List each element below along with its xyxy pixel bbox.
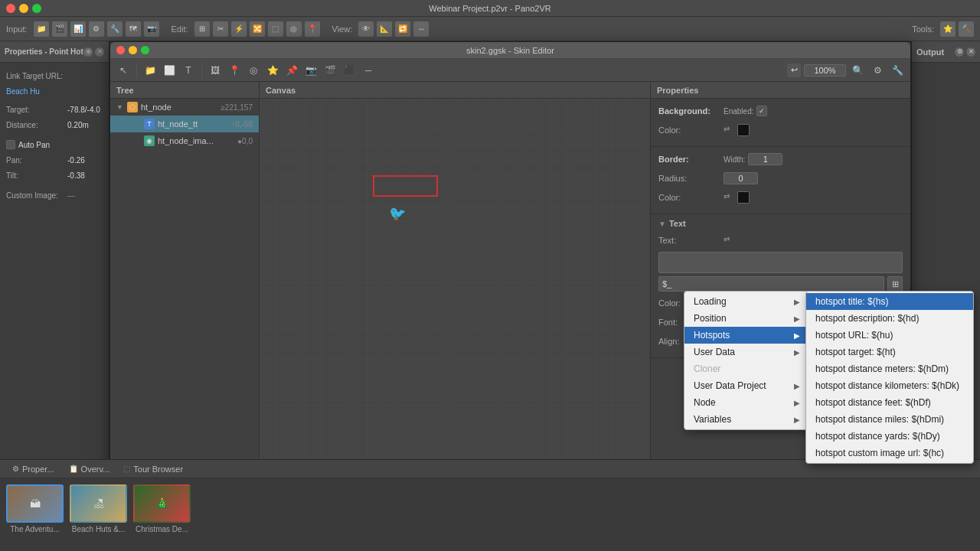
submenu-hs-desc[interactable]: hotspot description: $(hd) [806,310,973,327]
tree-item-ht-node[interactable]: ▼ ⬡ ht_node ≥221,157 [110,99,259,116]
script-icon[interactable]: ⊞ [887,276,903,292]
submenu-hs-target[interactable]: hotspot target: $(ht) [806,344,973,360]
view-icon-1[interactable]: 👁 [358,21,374,37]
left-panel-settings[interactable]: ⊕ [83,47,93,57]
zoom-icon-3[interactable]: 🔧 [889,62,906,79]
photo-tool[interactable]: 📷 [302,62,319,79]
pin-tool[interactable]: 📌 [283,62,300,79]
thumb-emoji-christmas: 🎄 [155,497,168,510]
skin-max-btn[interactable] [141,46,149,54]
submenu-hs-title[interactable]: hotspot title: $(hs) [806,293,973,310]
output-settings[interactable]: ⚙ [955,47,964,57]
input-icon-7[interactable]: 📷 [144,21,159,37]
star-tool[interactable]: ⭐ [264,62,281,79]
input-icon-5[interactable]: 🔧 [107,21,122,37]
skin-min-btn[interactable] [129,46,137,54]
input-icon-2[interactable]: 🎬 [52,21,67,37]
properties-tab-icon: ⚙ [12,465,19,473]
enabled-checkbox[interactable]: ✓ [756,106,767,116]
submenu-hs-hc[interactable]: hotspot custom image url: $(hc) [806,445,973,461]
rect-tool[interactable]: ⬜ [161,62,178,79]
script-input[interactable] [658,276,884,292]
zoom-icon-2[interactable]: ⚙ [869,62,886,79]
dropdown-user-data[interactable]: User Data ▶ [684,344,809,360]
thumb-adventure[interactable]: 🏔 The Adventu... [6,484,64,533]
dropdown-hotspots[interactable]: Hotspots ▶ [684,327,809,344]
edit-icon-6[interactable]: ◎ [286,21,302,37]
share-icon-bg[interactable]: ⇄ [724,125,734,135]
folder-tool[interactable]: 📁 [142,62,158,79]
submenu-hs-dmi[interactable]: hotspot distance miles: $(hDmi) [806,411,973,428]
tree-item-ht-node-ima[interactable]: ◉ ht_node_ima... ●0,0 [110,132,259,149]
hotspot-tool[interactable]: 📍 [226,62,243,79]
input-icon-4[interactable]: ⚙ [89,21,104,37]
thumb-beach[interactable]: 🏖 Beach Huts &... [70,484,127,533]
video-tool[interactable]: 🎬 [322,62,338,79]
edit-icon-4[interactable]: 🔀 [250,21,265,37]
input-icon-3[interactable]: 📊 [70,21,86,37]
thumb-christmas[interactable]: 🎄 Christmas De... [133,484,191,533]
submenu-hs-url[interactable]: hotspot URL: $(hu) [806,327,973,344]
view-icon-3[interactable]: 🔁 [395,21,410,37]
background-section: Background: Enabled: ✓ Color: ⇄ [651,99,910,147]
text-share-icon: ⇄ [724,235,734,246]
skin-editor-title: skin2.ggsk - Skin Editor [466,46,554,55]
submenu-hs-dm[interactable]: hotspot distance meters: $(hDm) [806,360,973,377]
edit-icon-3[interactable]: ⚡ [231,21,247,37]
autopan-row: Auto Pan [6,138,103,152]
zoom-icon-1[interactable]: 🔍 [849,62,866,79]
minimize-button[interactable] [19,4,28,13]
line-tool[interactable]: ─ [360,62,377,79]
window-title: Webinar Project.p2vr - Pano2VR [429,4,550,13]
undo-btn[interactable]: ↩ [787,64,801,77]
edit-icon-7[interactable]: 📍 [305,21,320,37]
submenu-hs-dk[interactable]: hotspot distance kilometers: $(hDk) [806,377,973,394]
dropdown-position[interactable]: Position ▶ [684,310,809,327]
hotspot-element[interactable] [373,175,438,197]
output-close[interactable]: ✕ [966,47,975,57]
text-area[interactable] [658,252,903,273]
close-button[interactable] [6,4,15,13]
circle-tool[interactable]: ◎ [245,62,262,79]
tree-item-ht-node-tt[interactable]: T ht_node_tt ↑0,-56 [110,116,259,132]
edit-icon-2[interactable]: ✂ [213,21,228,37]
edit-icon-1[interactable]: ⊞ [194,21,210,37]
skin-close-btn[interactable] [116,46,125,54]
input-icon-6[interactable]: 🗺 [126,21,141,37]
input-icon-1[interactable]: 📁 [34,21,49,37]
edit-icon-5[interactable]: ⬚ [268,21,283,37]
left-panel-close[interactable]: ✕ [95,47,104,57]
tree-panel: Tree ▼ ⬡ ht_node ≥221,157 T ht_node_tt ↑… [110,82,260,500]
border-radius-input[interactable] [724,172,758,184]
autopan-checkbox[interactable] [6,140,15,149]
tools-icon-1[interactable]: ⭐ [940,21,956,37]
submenu-hs-dy[interactable]: hotspot distance yards: $(hDy) [806,428,973,445]
submenu: hotspot title: $(hs) hotspot description… [805,291,974,464]
border-width-input[interactable] [748,153,782,165]
border-color-swatch[interactable] [737,191,750,204]
tab-properties[interactable]: ⚙ Proper... [6,463,60,475]
image-tool[interactable]: 🖼 [207,62,224,79]
view-icon-4[interactable]: ↔ [413,21,429,37]
bg-color-swatch[interactable] [737,124,750,136]
frame-tool[interactable]: ⬛ [341,62,358,79]
text-tool[interactable]: T [180,62,197,79]
text-toggle[interactable]: ▼ [658,220,666,228]
select-tool[interactable]: ↖ [115,62,132,79]
node-arrow: ▶ [794,399,800,407]
dropdown-user-data-project[interactable]: User Data Project ▶ [684,377,809,394]
dropdown-variables[interactable]: Variables ▶ [684,411,809,428]
share-icon-border[interactable]: ⇄ [724,192,734,203]
submenu-hs-df[interactable]: hotspot distance feet: $(hDf) [806,394,973,411]
tools-icon-2[interactable]: 🔨 [959,21,974,37]
share-icon-text[interactable]: ⇄ [724,235,734,246]
tab-overview[interactable]: 📋 Overv... [63,463,116,475]
thumb-label-christmas: Christmas De... [136,525,188,533]
maximize-button[interactable] [32,4,41,13]
zoom-value[interactable]: 100% [804,64,846,77]
view-icon-2[interactable]: 📐 [377,21,392,37]
dropdown-loading[interactable]: Loading ▶ [684,293,809,310]
top-toolbar: Input: 📁 🎬 📊 ⚙ 🔧 🗺 📷 Edit: ⊞ ✂ ⚡ 🔀 ⬚ ◎ 📍… [0,17,980,41]
canvas-area[interactable]: 🐦 [260,99,650,491]
dropdown-node[interactable]: Node ▶ [684,394,809,411]
